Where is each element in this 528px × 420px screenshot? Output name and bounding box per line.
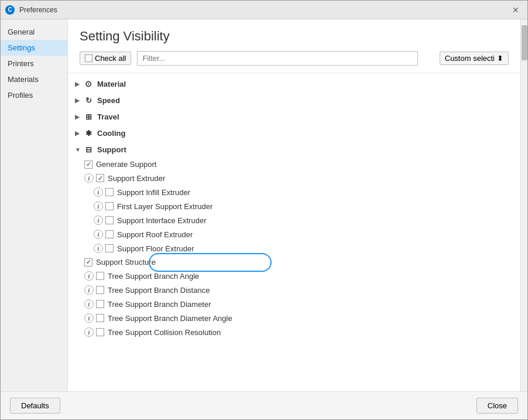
tree-support-branch-distance-info-icon[interactable]: i (84, 285, 94, 295)
tree-support-branch-diameter-angle-label: Tree Support Branch Diameter Angle (108, 314, 232, 323)
setting-support-roof-extruder[interactable]: i Support Roof Extruder (68, 227, 520, 241)
scrollbar-thumb[interactable] (522, 25, 527, 60)
main-content: Setting Visibility Check all Custom sele… (68, 19, 520, 391)
custom-select-label: Custom selecti (445, 54, 495, 63)
setting-support-floor-extruder[interactable]: i Support Floor Extruder (68, 241, 520, 255)
close-window-button[interactable]: ✕ (509, 3, 523, 17)
toolbar: Check all Custom selecti ⬍ (80, 51, 509, 66)
category-support[interactable]: ▼ ⊟ Support (68, 141, 520, 158)
sidebar: GeneralSettingsPrintersMaterialsProfiles (1, 19, 68, 391)
setting-support-interface-extruder[interactable]: i Support Interface Extruder (68, 213, 520, 227)
category-cooling[interactable]: ▶ ✱ Cooling (68, 125, 520, 141)
tree-support-collision-resolution-checkbox[interactable] (96, 328, 104, 336)
support-interface-extruder-checkbox[interactable] (105, 216, 114, 224)
expand-travel-icon: ▶ (75, 114, 81, 120)
category-speed[interactable]: ▶ ↻ Speed (68, 92, 520, 108)
cooling-icon: ✱ (83, 128, 94, 138)
footer: Defaults Close (1, 391, 527, 419)
setting-support-structure[interactable]: ✓ Support Structure (68, 255, 520, 269)
support-extruder-label: Support Extruder (108, 174, 165, 183)
app-icon: C (5, 5, 15, 15)
checkbox-icon (85, 54, 92, 62)
support-roof-extruder-label: Support Roof Extruder (117, 230, 193, 239)
support-infill-extruder-label: Support Infill Extruder (117, 188, 190, 197)
travel-icon: ⊞ (83, 111, 94, 122)
sidebar-item-settings[interactable]: Settings (1, 40, 67, 56)
check-all-label: Check all (95, 54, 126, 63)
support-roof-extruder-info-icon[interactable]: i (94, 230, 103, 239)
expand-speed-icon: ▶ (75, 97, 81, 104)
filter-input[interactable] (137, 51, 418, 66)
generate-support-checkbox[interactable]: ✓ (84, 161, 92, 169)
tree-support-branch-diameter-label: Tree Support Branch Diameter (108, 300, 211, 309)
tree-support-branch-angle-info-icon[interactable]: i (84, 271, 94, 281)
sidebar-item-general[interactable]: General (1, 24, 67, 40)
tree-support-branch-angle-checkbox[interactable] (96, 272, 104, 280)
material-icon: ⊙ (83, 78, 94, 89)
tree-support-branch-distance-checkbox[interactable] (96, 286, 104, 294)
category-travel[interactable]: ▶ ⊞ Travel (68, 108, 520, 125)
setting-generate-support[interactable]: ✓ Generate Support (68, 158, 520, 171)
title-bar: C Preferences ✕ (1, 1, 527, 19)
tree-support-collision-resolution-info-icon[interactable]: i (84, 327, 94, 337)
sidebar-item-materials[interactable]: Materials (1, 71, 67, 87)
setting-first-layer-support-extruder[interactable]: i First Layer Support Extruder (68, 199, 520, 213)
tree-support-branch-diameter-checkbox[interactable] (96, 300, 104, 308)
setting-tree-support-branch-diameter-angle[interactable]: i Tree Support Branch Diameter Angle (68, 311, 520, 325)
support-interface-extruder-info-icon[interactable]: i (94, 216, 103, 225)
support-floor-extruder-label: Support Floor Extruder (117, 244, 194, 253)
setting-support-infill-extruder[interactable]: i Support Infill Extruder (68, 185, 520, 199)
setting-tree-support-branch-distance[interactable]: i Tree Support Branch Distance (68, 283, 520, 297)
setting-tree-support-branch-angle[interactable]: i Tree Support Branch Angle (68, 269, 520, 283)
support-interface-extruder-label: Support Interface Extruder (117, 216, 206, 225)
setting-tree-support-branch-diameter[interactable]: i Tree Support Branch Diameter (68, 297, 520, 311)
support-floor-extruder-info-icon[interactable]: i (94, 244, 103, 253)
category-material[interactable]: ▶ ⊙ Material (68, 76, 520, 92)
main-header: Setting Visibility Check all Custom sele… (68, 19, 520, 73)
tree-support-branch-diameter-angle-info-icon[interactable]: i (84, 313, 94, 323)
category-support-label: Support (97, 145, 126, 154)
support-structure-label: Support Structure (96, 258, 156, 267)
category-travel-label: Travel (97, 112, 119, 121)
tree-support-branch-angle-label: Tree Support Branch Angle (108, 272, 199, 281)
support-infill-extruder-info-icon[interactable]: i (94, 187, 103, 197)
tree-support-branch-diameter-info-icon[interactable]: i (84, 299, 94, 309)
sidebar-item-profiles[interactable]: Profiles (1, 87, 67, 103)
support-extruder-info-icon[interactable]: i (84, 173, 94, 183)
category-cooling-label: Cooling (97, 129, 125, 138)
support-floor-extruder-checkbox[interactable] (105, 244, 114, 252)
setting-tree-support-collision-resolution[interactable]: i Tree Support Collision Resolution (68, 325, 520, 339)
preferences-window: C Preferences ✕ GeneralSettingsPrintersM… (0, 0, 528, 420)
category-speed-label: Speed (97, 96, 120, 105)
check-all-button[interactable]: Check all (80, 52, 131, 65)
support-structure-checkbox[interactable]: ✓ (84, 258, 92, 267)
tree-support-branch-distance-label: Tree Support Branch Distance (108, 286, 210, 295)
custom-selection-button[interactable]: Custom selecti ⬍ (440, 52, 509, 65)
tree-support-branch-diameter-angle-checkbox[interactable] (96, 314, 104, 322)
setting-support-extruder[interactable]: i ✓ Support Extruder (68, 171, 520, 185)
category-material-label: Material (97, 80, 126, 88)
support-icon: ⊟ (83, 144, 94, 155)
expand-support-icon: ▼ (75, 146, 81, 153)
expand-cooling-icon: ▶ (75, 130, 81, 136)
generate-support-label: Generate Support (96, 160, 156, 169)
expand-material-icon: ▶ (75, 81, 81, 87)
sidebar-item-printers[interactable]: Printers (1, 56, 67, 71)
page-title: Setting Visibility (80, 29, 509, 44)
chevron-updown-icon: ⬍ (497, 54, 503, 63)
settings-list: ▶ ⊙ Material ▶ ↻ Speed ▶ ⊞ Travel (68, 73, 520, 391)
highlight-circle (149, 253, 272, 272)
content-area: GeneralSettingsPrintersMaterialsProfiles… (1, 19, 527, 391)
support-infill-extruder-checkbox[interactable] (105, 188, 114, 196)
support-roof-extruder-checkbox[interactable] (105, 230, 114, 238)
first-layer-support-extruder-checkbox[interactable] (105, 202, 114, 210)
window-title: Preferences (19, 6, 509, 14)
support-extruder-checkbox[interactable]: ✓ (96, 174, 104, 182)
scrollbar[interactable] (520, 19, 527, 391)
speed-icon: ↻ (83, 95, 94, 105)
close-button[interactable]: Close (476, 398, 518, 414)
defaults-button[interactable]: Defaults (10, 398, 60, 414)
first-layer-support-extruder-info-icon[interactable]: i (94, 202, 103, 211)
tree-support-collision-resolution-label: Tree Support Collision Resolution (108, 328, 221, 337)
first-layer-support-extruder-label: First Layer Support Extruder (117, 202, 212, 211)
